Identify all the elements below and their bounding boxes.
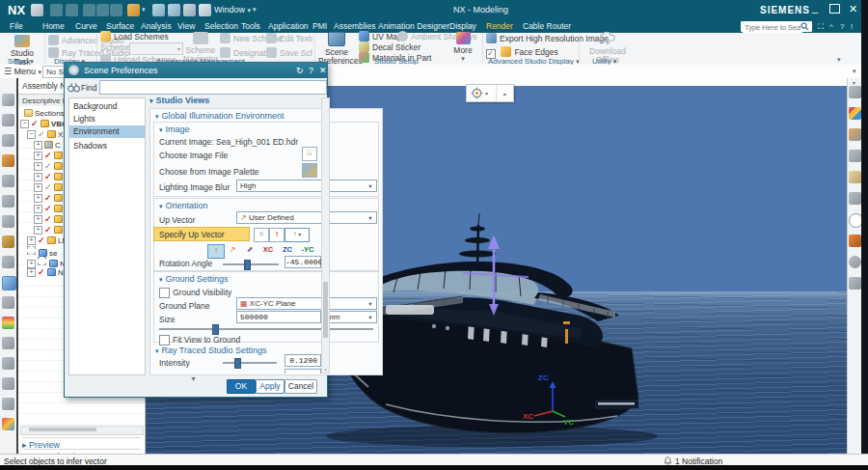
assembly-constraints-icon[interactable] (2, 154, 14, 167)
microphone-icon[interactable] (152, 4, 165, 16)
tree-row[interactable]: +✓ (34, 151, 65, 161)
specify-up-vector-field[interactable]: Specify Up Vector (153, 227, 250, 241)
dialog-reset-icon[interactable]: ↻ (296, 63, 304, 78)
history-icon[interactable] (2, 296, 14, 309)
inferred-vector-option[interactable]: ↑ (207, 244, 225, 259)
section-image[interactable]: ▾Image (159, 124, 190, 134)
tree-row[interactable]: +✓ (34, 182, 65, 193)
tree-row[interactable]: +✓ (34, 225, 65, 235)
tab-cable-router[interactable]: Cable Router (519, 21, 575, 33)
tree-row[interactable]: +✓ (34, 172, 65, 182)
choose-palette-button[interactable] (302, 163, 317, 178)
ground-plane-combo[interactable]: ▦ XC-YC Plane▾ (236, 297, 377, 310)
search-input[interactable] (743, 21, 802, 33)
size-value[interactable]: 500000 (236, 311, 321, 323)
tab-curve[interactable]: Curve (71, 21, 101, 33)
section-studio-views[interactable]: ▾Studio Views (149, 96, 209, 105)
help-icon[interactable]: ? (840, 22, 844, 31)
playback-options-icon[interactable] (849, 256, 861, 268)
open-folder-icon[interactable] (849, 171, 861, 183)
paste-icon[interactable] (110, 4, 122, 16)
toolbar-options-caret[interactable]: ▾ (853, 68, 856, 75)
cancel-button[interactable]: Cancel (285, 379, 317, 394)
window-icon[interactable] (199, 4, 211, 16)
copy-display-icon[interactable] (183, 4, 196, 16)
hd3d-icon[interactable] (2, 256, 14, 268)
decal-sticker-button[interactable]: Decal Sticker (359, 41, 420, 52)
navigator-hscrollbar[interactable] (20, 426, 144, 435)
touch-mode-icon[interactable] (127, 4, 140, 16)
uv-map-button[interactable]: UV Map (359, 31, 402, 41)
mini-toolbar-more[interactable] (503, 94, 506, 96)
search-box[interactable] (741, 21, 812, 32)
section-gie[interactable]: ▾Global Illumination Environment (155, 111, 285, 121)
category-environment[interactable]: Environment (69, 125, 145, 138)
size-unit-combo[interactable]: mm▾ (323, 311, 377, 323)
category-lights[interactable]: Lights (73, 114, 95, 124)
ok-button[interactable]: OK (227, 379, 256, 394)
dialog-vscrollbar[interactable]: ⌄ (321, 97, 330, 373)
tree-row[interactable]: +✓LM (27, 235, 68, 246)
hide-eye-icon[interactable] (849, 192, 861, 205)
blur-combo[interactable]: High▾ (236, 180, 377, 192)
parts-colors-icon[interactable] (2, 418, 14, 430)
view-toolbar-caret[interactable]: ▾ (853, 79, 855, 86)
save-icon[interactable] (31, 4, 43, 16)
tab-file[interactable]: File (6, 21, 27, 33)
tree-row[interactable]: +✓ (34, 214, 65, 225)
face-normal-option[interactable]: ⬈ (242, 244, 258, 257)
minimize-ribbon-icon[interactable]: ^ (829, 22, 833, 31)
scroll-down-arrow[interactable]: ⌄ (323, 365, 328, 372)
point-dialog-caret[interactable]: ▾ (485, 90, 488, 97)
tree-row[interactable]: +✓ (34, 161, 65, 172)
assembly-navigator-icon[interactable] (2, 175, 14, 187)
menu-button[interactable]: ☰ Menu ▾ (4, 67, 41, 76)
tree-row[interactable]: +✓N3 (27, 267, 68, 278)
pointer-icon[interactable] (2, 337, 14, 349)
render-balls-icon[interactable] (849, 107, 861, 120)
bell-icon[interactable] (2, 195, 14, 207)
minimize-button[interactable]: _ (812, 2, 818, 14)
box-icon[interactable] (2, 215, 14, 228)
fullscreen-icon[interactable]: ⛶ (818, 22, 824, 32)
up-vector-combo[interactable]: ↗ User Defined▾ (236, 211, 377, 224)
print-icon[interactable] (849, 277, 861, 290)
touch-mode-caret[interactable]: ▾ (142, 6, 146, 14)
screens-icon[interactable] (2, 398, 14, 410)
ground-visibility-checkbox[interactable] (159, 288, 170, 298)
notification-bell-icon[interactable] (664, 456, 672, 465)
image-capture-icon[interactable] (2, 357, 14, 370)
dialog-help-icon[interactable]: ? (309, 63, 313, 78)
xc-axis-option[interactable]: XC (259, 244, 277, 257)
section-ground-settings[interactable]: ▾Ground Settings (159, 274, 229, 284)
more-button[interactable]: More ▾ (449, 32, 476, 62)
rotation-slider[interactable] (223, 263, 279, 265)
tree-row[interactable]: Sections (24, 108, 65, 119)
two-point-vector-option[interactable]: ↗ (225, 244, 240, 257)
wcs-triad[interactable]: ZC XC YC (521, 373, 579, 426)
edit-texture-space-button[interactable]: Edit Texture Space (266, 33, 312, 43)
tab-home[interactable]: Home (39, 21, 68, 33)
clear-vector-button[interactable]: ✕ (254, 228, 269, 242)
size-slider[interactable] (159, 328, 373, 330)
tree-row[interactable]: +✓ (34, 204, 65, 214)
ribbon-overflow-caret[interactable]: ▾ (837, 56, 841, 64)
category-shadows[interactable]: Shadows (73, 141, 107, 151)
copy-icon[interactable] (96, 4, 109, 16)
point-constructor-button[interactable]: ! (269, 228, 285, 242)
category-background[interactable]: Background (73, 101, 117, 111)
reuse-library-icon[interactable] (2, 235, 14, 248)
search-icon[interactable] (800, 22, 809, 31)
part-navigator-icon[interactable] (2, 134, 14, 147)
save-schemes-button[interactable]: Save Schemes (266, 47, 312, 58)
command-finder-icon[interactable]: ! (851, 22, 853, 31)
load-schemes-button[interactable]: Load Schemes (100, 31, 169, 41)
choose-image-file-button[interactable]: ⌸ (302, 147, 317, 161)
material-gear-icon[interactable] (849, 128, 861, 141)
tree-row[interactable]: −✓XS (27, 129, 68, 140)
spectrum-icon[interactable] (2, 317, 14, 329)
tab-tools[interactable]: Tools (237, 21, 264, 33)
window-layout-icon[interactable] (2, 377, 14, 390)
tree-row[interactable]: se (27, 246, 57, 257)
fit-view-icon[interactable] (849, 150, 861, 162)
